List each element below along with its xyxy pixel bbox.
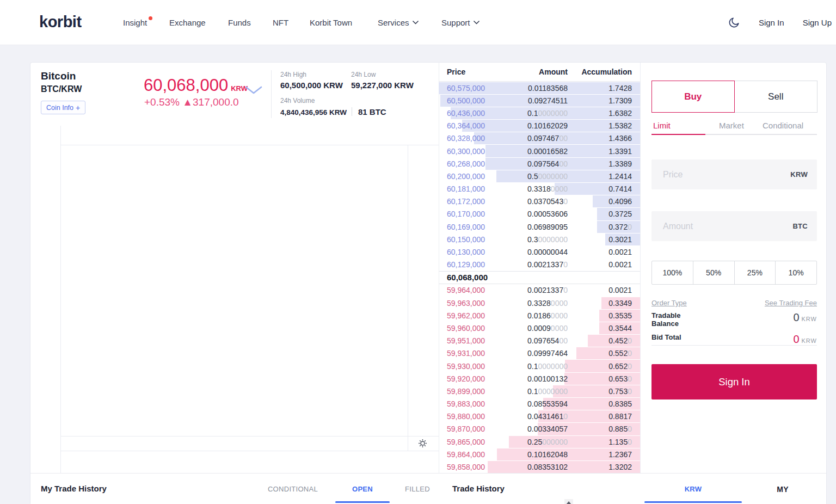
high-label: 24h High bbox=[280, 71, 306, 78]
divider bbox=[352, 107, 352, 116]
orderbook-row-bid[interactable]: 59,899,0000.100000000.7530 bbox=[439, 385, 640, 397]
pair-selector-dropdown[interactable] bbox=[244, 85, 263, 97]
buy-tab[interactable]: Buy bbox=[651, 81, 735, 113]
accumulation: 0.8850 bbox=[568, 425, 632, 433]
orderbook-row-bid[interactable]: 59,870,0000.003340570.8850 bbox=[439, 423, 640, 435]
divider bbox=[271, 70, 272, 118]
scroll-up-arrow[interactable] bbox=[564, 499, 573, 504]
accumulation: 1.2414 bbox=[568, 172, 632, 181]
orderbook-row-bid[interactable]: 59,962,0000.018600000.3535 bbox=[439, 309, 640, 322]
nav-korbit-town[interactable]: Korbit Town bbox=[310, 0, 352, 45]
coin-name: Bitcoin bbox=[41, 70, 76, 82]
order-type-link[interactable]: Order Type bbox=[651, 299, 687, 307]
sign-in-button[interactable]: Sign In bbox=[651, 364, 817, 399]
bid-price: 59,951,000 bbox=[447, 336, 497, 345]
sell-tab[interactable]: Sell bbox=[735, 81, 818, 113]
tab-my-trades[interactable]: MY bbox=[755, 485, 810, 494]
sign-up-link[interactable]: Sign Up bbox=[803, 18, 832, 27]
bid-price: 59,960,000 bbox=[447, 324, 497, 333]
price-input[interactable]: Price KRW bbox=[651, 159, 817, 189]
chevron-down-icon bbox=[244, 85, 263, 95]
chart-settings-button[interactable] bbox=[418, 439, 427, 450]
orderbook-row-ask[interactable]: 60,328,0000.097467001.4366 bbox=[439, 132, 640, 145]
orderbook-row-ask[interactable]: 60,181,0000.331800000.7414 bbox=[439, 183, 640, 195]
accumulation: 1.3202 bbox=[568, 463, 632, 471]
accumulation-column-header: Accumulation bbox=[568, 67, 632, 76]
ask-price: 60,130,000 bbox=[447, 248, 497, 256]
accumulation: 0.4520 bbox=[568, 336, 632, 345]
trading-fee-link[interactable]: See Trading Fee bbox=[765, 299, 817, 307]
accumulation: 0.0021 bbox=[568, 260, 632, 269]
dark-mode-toggle[interactable] bbox=[728, 16, 740, 29]
tab-conditional[interactable]: Conditional bbox=[763, 121, 803, 130]
nav-services[interactable]: Services bbox=[378, 0, 419, 45]
tab-krw-trades[interactable]: KRW bbox=[644, 485, 742, 493]
chart-bottom-border bbox=[60, 451, 439, 451]
nav-insight[interactable]: Insight bbox=[123, 0, 152, 45]
bid-price: 59,963,000 bbox=[447, 299, 497, 308]
ask-price: 60,150,000 bbox=[447, 235, 497, 244]
orderbook-row-bid[interactable]: 59,920,0000.001001320.6530 bbox=[439, 372, 640, 385]
orderbook-row-ask[interactable]: 60,300,0000.000165821.3391 bbox=[439, 145, 640, 157]
order-amount: 0.01183568 bbox=[497, 84, 568, 93]
korbit-logo[interactable]: korbit bbox=[39, 13, 82, 31]
percent-10-button[interactable]: 10% bbox=[775, 261, 816, 284]
orderbook-row-ask[interactable]: 60,364,0000.101620291.5382 bbox=[439, 120, 640, 132]
accumulation: 0.3349 bbox=[568, 299, 632, 308]
volume-btc: 81 BTC bbox=[358, 107, 386, 116]
orderbook-row-bid[interactable]: 59,963,0000.332800000.3349 bbox=[439, 297, 640, 309]
orderbook-row-ask[interactable]: 60,169,0000.069890950.3720 bbox=[439, 220, 640, 233]
order-amount: 0.04314610 bbox=[497, 412, 568, 421]
chevron-down-icon bbox=[474, 21, 480, 24]
last-traded-price-row[interactable]: 60,068,000 bbox=[439, 271, 640, 284]
orderbook-row-bid[interactable]: 59,930,0000.100000000.6520 bbox=[439, 360, 640, 372]
percent-100-button[interactable]: 100% bbox=[652, 261, 693, 284]
orderbook-row-ask[interactable]: 60,575,0000.011835681.7428 bbox=[439, 82, 640, 94]
order-amount: 0.33180000 bbox=[497, 185, 568, 193]
orderbook-row-bid[interactable]: 59,858,0000.083531021.3202 bbox=[439, 460, 640, 473]
tab-limit[interactable]: Limit bbox=[653, 121, 671, 130]
orderbook-row-bid[interactable]: 59,951,0000.097654000.4520 bbox=[439, 335, 640, 347]
ask-price: 60,268,000 bbox=[447, 159, 497, 168]
order-amount: 0.00100132 bbox=[497, 374, 568, 383]
chevron-down-icon bbox=[413, 21, 419, 24]
accumulation: 0.4096 bbox=[568, 197, 632, 206]
orderbook-row-ask[interactable]: 60,268,0000.097564001.3389 bbox=[439, 157, 640, 170]
orderbook-row-bid[interactable]: 59,883,0000.085535940.8385 bbox=[439, 398, 640, 410]
orderbook-row-bid[interactable]: 59,964,0000.002133700.0021 bbox=[439, 284, 640, 297]
order-book-header: Price Amount Accumulation bbox=[439, 63, 640, 82]
nav-exchange[interactable]: Exchange bbox=[169, 0, 206, 45]
orderbook-row-bid[interactable]: 59,931,0000.099974640.5520 bbox=[439, 347, 640, 360]
orderbook-row-bid[interactable]: 59,865,0000.250000001.1350 bbox=[439, 435, 640, 448]
tab-conditional-history[interactable]: CONDITIONAL bbox=[260, 485, 325, 493]
orderbook-row-bid[interactable]: 59,864,0000.101620481.2367 bbox=[439, 448, 640, 460]
orderbook-row-ask[interactable]: 60,150,0000.300000000.3021 bbox=[439, 233, 640, 245]
sign-in-link[interactable]: Sign In bbox=[759, 18, 784, 27]
orderbook-row-ask[interactable]: 60,500,0000.092745111.7309 bbox=[439, 94, 640, 107]
tab-market[interactable]: Market bbox=[719, 121, 744, 130]
tab-filled-orders[interactable]: FILLED bbox=[390, 485, 445, 493]
bid-price: 59,899,000 bbox=[447, 387, 497, 396]
orderbook-row-bid[interactable]: 59,880,0000.043146100.8817 bbox=[439, 410, 640, 423]
nav-nft[interactable]: NFT bbox=[273, 0, 288, 45]
orderbook-row-ask[interactable]: 60,130,0000.000000440.0021 bbox=[439, 245, 640, 258]
nav-support[interactable]: Support bbox=[441, 0, 480, 45]
bid-rows: 59,964,0000.002133700.002159,963,0000.33… bbox=[439, 284, 640, 473]
accumulation: 1.1350 bbox=[568, 438, 632, 446]
nav-funds[interactable]: Funds bbox=[228, 0, 251, 45]
moon-icon bbox=[728, 16, 740, 29]
bid-total-value: 0 KRW bbox=[793, 333, 817, 346]
tab-open-orders[interactable]: OPEN bbox=[335, 485, 390, 493]
accumulation: 0.3535 bbox=[568, 311, 632, 320]
orderbook-row-ask[interactable]: 60,200,0000.500000001.2414 bbox=[439, 170, 640, 182]
percent-50-button[interactable]: 50% bbox=[693, 261, 734, 284]
orderbook-row-ask[interactable]: 60,436,0000.100000001.6382 bbox=[439, 107, 640, 119]
orderbook-row-ask[interactable]: 60,172,0000.037054300.4096 bbox=[439, 195, 640, 208]
amount-input[interactable]: Amount BTC bbox=[651, 211, 817, 241]
coin-info-button[interactable]: Coin Info + bbox=[41, 101, 85, 114]
order-amount: 0.09997464 bbox=[497, 349, 568, 358]
percent-25-button[interactable]: 25% bbox=[734, 261, 776, 284]
orderbook-row-bid[interactable]: 59,960,0000.000900000.3544 bbox=[439, 322, 640, 334]
orderbook-row-ask[interactable]: 60,170,0000.000536060.3725 bbox=[439, 208, 640, 220]
orderbook-row-ask[interactable]: 60,129,0000.002133700.0021 bbox=[439, 259, 640, 271]
